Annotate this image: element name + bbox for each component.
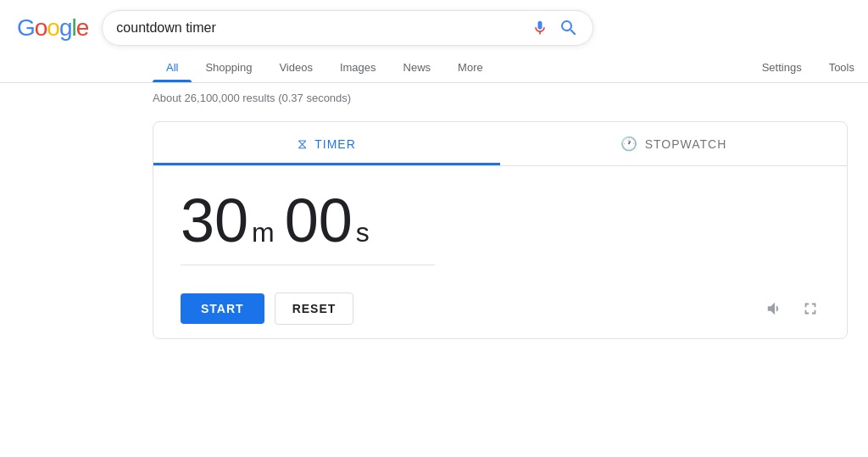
results-summary: About 26,100,000 results (0.37 seconds): [0, 83, 868, 113]
timer-display-area: 30m 00s: [153, 166, 847, 279]
tab-shopping[interactable]: Shopping: [192, 53, 265, 82]
seconds-label: s: [356, 219, 370, 246]
nav-right: Settings Tools: [748, 53, 868, 82]
tab-tools[interactable]: Tools: [815, 53, 868, 82]
tab-all[interactable]: All: [153, 53, 192, 82]
nav-tabs: All Shopping Videos Images News More Set…: [0, 46, 868, 83]
mic-icon[interactable]: [531, 20, 548, 36]
tab-images[interactable]: Images: [326, 53, 390, 82]
timer-widget: ⧖ TIMER 🕐 STOPWATCH 30m 00s START RESET: [153, 121, 848, 339]
hourglass-icon: ⧖: [298, 137, 308, 152]
stopwatch-tab-label: STOPWATCH: [645, 137, 727, 151]
control-icons: [765, 299, 820, 318]
widget-tab-timer[interactable]: ⧖ TIMER: [153, 122, 500, 165]
google-logo: Google: [17, 14, 88, 42]
search-icon[interactable]: [559, 18, 579, 38]
start-button[interactable]: START: [181, 293, 264, 324]
tab-news[interactable]: News: [390, 53, 445, 82]
stopwatch-icon: 🕐: [620, 136, 638, 152]
timer-minutes: 30: [181, 190, 248, 251]
timer-tab-label: TIMER: [314, 137, 356, 151]
minutes-label: m: [252, 219, 275, 246]
tab-videos[interactable]: Videos: [265, 53, 326, 82]
fullscreen-icon[interactable]: [801, 299, 820, 318]
tab-more[interactable]: More: [444, 53, 497, 82]
search-input[interactable]: countdown timer: [116, 20, 525, 36]
reset-button[interactable]: RESET: [275, 293, 354, 325]
timer-controls: START RESET: [153, 279, 847, 338]
header: Google countdown timer: [0, 0, 868, 46]
widget-tabs: ⧖ TIMER 🕐 STOPWATCH: [153, 122, 847, 166]
widget-tab-stopwatch[interactable]: 🕐 STOPWATCH: [500, 122, 847, 165]
timer-seconds: 00: [285, 190, 353, 251]
timer-time: 30m 00s: [181, 190, 820, 251]
volume-icon[interactable]: [765, 299, 784, 318]
search-bar: countdown timer: [102, 10, 593, 46]
timer-divider: [181, 265, 435, 265]
search-icons: [531, 18, 579, 38]
tab-settings[interactable]: Settings: [748, 53, 815, 82]
